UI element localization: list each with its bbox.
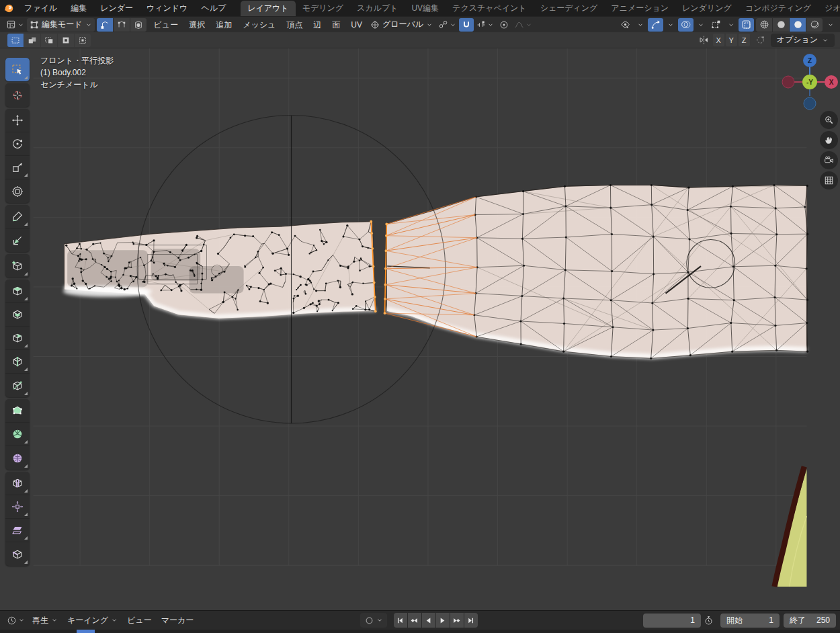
- workspace-tab-アニメーション[interactable]: アニメーション: [604, 1, 675, 16]
- frame-end-field[interactable]: 終了 250: [784, 614, 836, 628]
- shading-wireframe-button[interactable]: [756, 18, 772, 32]
- workspace-tab-UV編集[interactable]: UV編集: [405, 1, 446, 16]
- add-cube-tool-button[interactable]: [5, 254, 30, 278]
- mirror-axis-z-toggle[interactable]: Z: [739, 34, 750, 46]
- menu-ファイル[interactable]: ファイル: [17, 0, 64, 16]
- viewport-canvas[interactable]: [0, 48, 840, 610]
- reference-object[interactable]: [775, 466, 807, 587]
- workspace-tab-スカルプト[interactable]: スカルプト: [350, 1, 405, 16]
- rotate-tool-button[interactable]: [5, 132, 30, 156]
- knife-tool-button[interactable]: [5, 374, 30, 397]
- play-forward-button[interactable]: [436, 613, 450, 628]
- frame-start-field[interactable]: 開始 1: [720, 614, 780, 628]
- grid-view-button[interactable]: [820, 171, 838, 189]
- viewport-menu-メッシュ[interactable]: メッシュ: [237, 17, 281, 33]
- gizmos-dropdown[interactable]: [665, 18, 677, 32]
- jump-end-button[interactable]: [464, 613, 478, 628]
- menu-レンダー[interactable]: レンダー: [93, 0, 140, 16]
- viewport-menu-頂点[interactable]: 頂点: [281, 17, 308, 33]
- annotate-tool-button[interactable]: [5, 205, 30, 228]
- select-mode-intersect-button[interactable]: [75, 34, 91, 47]
- blender-menu-button[interactable]: [0, 0, 17, 16]
- timeline-playhead[interactable]: [77, 630, 95, 633]
- edge-slide-tool-button[interactable]: [5, 472, 30, 495]
- transform-tool-button[interactable]: [5, 179, 30, 203]
- select-box-tool-button[interactable]: [5, 58, 30, 81]
- workspace-tab-ジオメトリノード[interactable]: ジオメトリノード: [818, 1, 840, 16]
- workspace-tab-モデリング[interactable]: モデリング: [296, 1, 350, 16]
- editor-type-button[interactable]: [3, 18, 27, 32]
- visibility-dropdown[interactable]: [634, 18, 646, 32]
- viewport-menu-ビュー[interactable]: ビュー: [149, 17, 184, 33]
- workspace-tab-シェーディング[interactable]: シェーディング: [534, 1, 605, 16]
- viewport-menu-辺[interactable]: 辺: [308, 17, 327, 33]
- select-mode-set-button[interactable]: [7, 34, 24, 47]
- timeline-menu-再生[interactable]: 再生: [28, 615, 62, 626]
- shading-material-preview-button[interactable]: [790, 18, 806, 32]
- timeline-menu-マーカー[interactable]: マーカー: [157, 615, 199, 626]
- arm-mesh[interactable]: [63, 185, 807, 358]
- overlays-dropdown[interactable]: [695, 18, 707, 32]
- options-dropdown[interactable]: オプション: [771, 34, 835, 47]
- workspace-tab-レイアウト[interactable]: レイアウト: [241, 1, 295, 16]
- face-select-mode-button[interactable]: [130, 18, 146, 32]
- gizmo-minus-z-axis[interactable]: [804, 97, 816, 110]
- spin-tool-button[interactable]: [5, 423, 30, 446]
- proportional-editing-toggle[interactable]: [497, 18, 511, 32]
- mode-dropdown[interactable]: 編集モード: [27, 18, 95, 32]
- shrink-fatten-tool-button[interactable]: [5, 495, 30, 519]
- zoom-view-button[interactable]: [820, 111, 838, 129]
- snap-toggle[interactable]: [459, 18, 474, 32]
- pan-view-button[interactable]: [820, 131, 838, 149]
- preview-range-toggle[interactable]: [701, 616, 716, 626]
- cursor-tool-button[interactable]: [5, 83, 30, 107]
- camera-view-button[interactable]: [820, 151, 838, 169]
- menu-編集[interactable]: 編集: [64, 0, 93, 16]
- measure-tool-button[interactable]: [5, 228, 30, 252]
- rip-region-tool-button[interactable]: [5, 542, 30, 566]
- viewport-menu-選択[interactable]: 選択: [183, 17, 210, 33]
- mesh-edit-overlays-toggle[interactable]: [708, 18, 724, 32]
- scale-tool-button[interactable]: [5, 156, 30, 179]
- workspace-tab-レンダリング[interactable]: レンダリング: [675, 1, 739, 16]
- vertex-select-mode-button[interactable]: [97, 18, 113, 32]
- next-keyframe-button[interactable]: [450, 613, 464, 628]
- xray-toggle[interactable]: [739, 18, 754, 32]
- snap-target-dropdown[interactable]: [474, 18, 497, 32]
- jump-start-button[interactable]: [394, 613, 407, 628]
- workspace-tab-テクスチャペイント[interactable]: テクスチャペイント: [446, 1, 534, 16]
- timeline-editor-type-button[interactable]: [4, 614, 28, 627]
- viewport-menu-面[interactable]: 面: [327, 17, 345, 33]
- menu-ヘルプ[interactable]: ヘルプ: [194, 0, 233, 16]
- play-reverse-button[interactable]: [422, 613, 435, 628]
- loop-cut-tool-button[interactable]: [5, 350, 30, 374]
- prev-keyframe-button[interactable]: [408, 613, 421, 628]
- menu-ウィンドウ[interactable]: ウィンドウ: [140, 0, 194, 16]
- viewport-menu-UV[interactable]: UV: [345, 17, 368, 33]
- mirror-axis-y-toggle[interactable]: Y: [726, 34, 737, 46]
- timeline-menu-キーイング[interactable]: キーイング: [62, 615, 122, 626]
- auto-keying-toggle[interactable]: [360, 613, 387, 628]
- visibility-toggle[interactable]: [618, 18, 633, 32]
- viewport-menu-追加[interactable]: 追加: [210, 17, 237, 33]
- workspace-tab-コンポジティング[interactable]: コンポジティング: [739, 1, 818, 16]
- move-tool-button[interactable]: [5, 109, 30, 132]
- select-mode-extend-button[interactable]: [24, 34, 40, 47]
- shear-tool-button[interactable]: [5, 519, 30, 542]
- gizmo-minus-x-axis[interactable]: [782, 76, 794, 88]
- shading-solid-button[interactable]: [773, 18, 789, 32]
- edge-select-mode-button[interactable]: [114, 18, 130, 32]
- current-frame-field[interactable]: 1: [643, 614, 701, 628]
- mirror-axis-x-toggle[interactable]: X: [713, 34, 724, 46]
- shading-dropdown[interactable]: [825, 18, 837, 32]
- navigation-gizmo[interactable]: Z X -Y: [782, 54, 838, 110]
- shading-rendered-button[interactable]: [806, 18, 823, 32]
- select-mode-invert-button[interactable]: [58, 34, 74, 47]
- inset-faces-tool-button[interactable]: [5, 303, 30, 327]
- bevel-tool-button[interactable]: [5, 327, 30, 350]
- extrude-region-tool-button[interactable]: [5, 280, 30, 303]
- timeline-menu-ビュー[interactable]: ビュー: [122, 615, 157, 626]
- poly-build-tool-button[interactable]: [5, 399, 30, 423]
- gizmos-toggle[interactable]: [648, 18, 663, 32]
- orientation-dropdown[interactable]: グローバル: [368, 18, 435, 32]
